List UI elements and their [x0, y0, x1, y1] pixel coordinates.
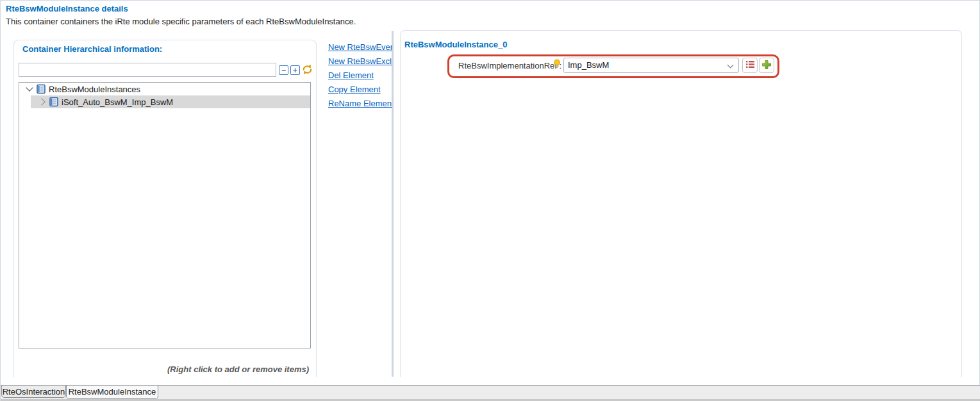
- plus-icon: [761, 60, 772, 72]
- refresh-icon: [301, 68, 313, 78]
- window: RteBswModuleInstance details This contai…: [0, 0, 980, 401]
- parameter-label: RteBswImplementationRef :: [458, 61, 561, 70]
- chevron-down-icon: [727, 62, 734, 69]
- page-title: RteBswModuleInstance details: [6, 4, 128, 13]
- copy-element-link[interactable]: Copy Element: [328, 83, 392, 97]
- tree-filter-input[interactable]: [19, 63, 276, 77]
- tree-row-rtebswmoduleinstances[interactable]: RteBswModuleInstances: [19, 83, 310, 95]
- tab-label: RteBswModuleInstance: [69, 387, 156, 397]
- implementation-ref-combobox[interactable]: Imp_BswM: [563, 58, 739, 73]
- instance-title: RteBswModuleInstance_0: [404, 40, 507, 49]
- add-button[interactable]: [759, 58, 774, 73]
- collapse-all-icon: −: [281, 67, 286, 74]
- left-panel-title: Container Hierarchical information:: [22, 44, 162, 54]
- tab-rteosinteraction[interactable]: RteOsInteraction: [1, 386, 66, 398]
- tree-node-label: iSoft_Auto_BswM_Imp_BswM: [62, 97, 173, 107]
- browse-list-button[interactable]: [742, 58, 758, 73]
- container-node-icon: [37, 84, 46, 94]
- chevron-right-icon[interactable]: [37, 97, 47, 107]
- sheet-tabbar: RteOsInteraction RteBswModuleInstance: [1, 386, 980, 399]
- combobox-value: Imp_BswM: [568, 58, 609, 72]
- tab-rtebswmoduleinstance[interactable]: RteBswModuleInstance: [66, 386, 158, 399]
- right-click-hint: (Right click to add or remove items): [167, 364, 309, 374]
- new-rtebswexclusive-link[interactable]: New RteBswExclu: [328, 54, 392, 69]
- container-tree: RteBswModuleInstances iSoft_Auto_BswM_Im…: [19, 82, 311, 348]
- tree-row-isoft-auto-bswm[interactable]: iSoft_Auto_BswM_Imp_BswM: [31, 95, 310, 108]
- expand-all-button[interactable]: +: [290, 65, 300, 75]
- rename-element-link[interactable]: ReName Element: [328, 97, 392, 111]
- container-node-icon: [49, 97, 58, 107]
- bullet-list-icon: [745, 60, 755, 70]
- expand-all-icon: +: [293, 67, 297, 74]
- refresh-button[interactable]: [301, 64, 313, 76]
- new-rtebswevent-link[interactable]: New RteBswEvent: [328, 40, 392, 54]
- tab-label: RteOsInteraction: [3, 387, 65, 397]
- tree-node-label: RteBswModuleInstances: [49, 85, 140, 94]
- page-description: This container containers the iRte modul…: [6, 17, 356, 26]
- instance-details-section: [400, 30, 962, 377]
- action-links: New RteBswEvent New RteBswExclu Del Elem…: [328, 40, 392, 111]
- collapse-all-button[interactable]: −: [279, 65, 288, 75]
- chevron-down-icon[interactable]: [24, 84, 35, 94]
- lightbulb-icon: [553, 59, 561, 71]
- del-element-link[interactable]: Del Element: [328, 69, 392, 83]
